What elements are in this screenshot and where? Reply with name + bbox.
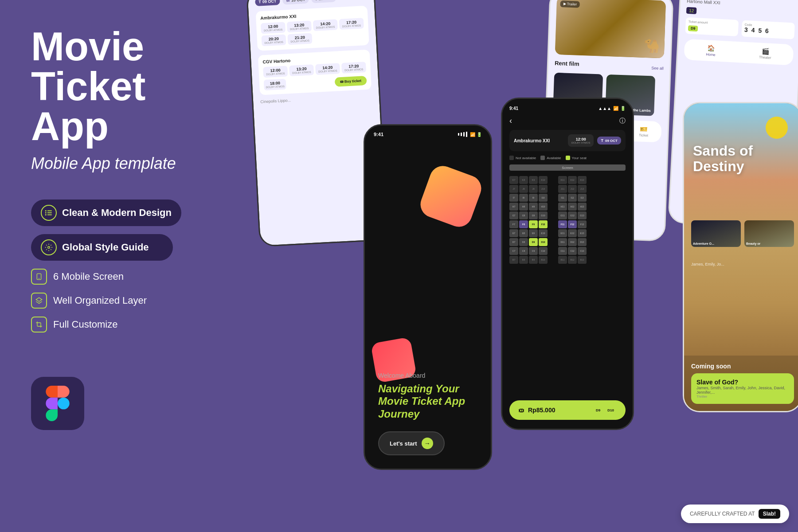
seat-F12[interactable]: F12 — [568, 220, 577, 228]
seat-K9[interactable]: K9 — [529, 176, 538, 184]
seat-D11[interactable]: D11 — [558, 238, 567, 246]
seat-I10[interactable]: I10 — [539, 194, 548, 202]
see-all-button[interactable]: See all — [651, 66, 664, 70]
seat-F13[interactable]: F13 — [578, 220, 587, 228]
seat-K13[interactable]: K13 — [578, 176, 587, 184]
coming-soon-label: Coming soon — [691, 363, 794, 370]
seat-F8[interactable]: F8 — [519, 220, 528, 228]
seat-C9[interactable]: C9 — [529, 247, 538, 255]
seat-D7[interactable]: D7 — [509, 238, 518, 246]
seat-J10[interactable]: J10 — [539, 185, 548, 193]
seat-D8[interactable]: D8 — [519, 238, 528, 246]
gradient-blob-orange — [417, 162, 485, 231]
nav-ticket-label: Ticket — [639, 133, 648, 138]
seat-B7[interactable]: B7 — [509, 256, 518, 264]
ticket-bottom-bar[interactable]: 🎟 Rp85.000 D9 D10 — [509, 400, 626, 420]
back-button[interactable]: ‹ — [509, 116, 512, 125]
seat-D13[interactable]: D13 — [578, 238, 587, 246]
seat-I8[interactable]: I8 — [519, 194, 528, 202]
phone-welcome: 9:41 📶 🔋 Welcome Aboard Navigating Your … — [364, 124, 492, 470]
seat-E9[interactable]: E9 — [529, 229, 538, 237]
seat-J9[interactable]: J9 — [529, 185, 538, 193]
seat-G13[interactable]: G13 — [578, 211, 587, 219]
seat-B13[interactable]: B13 — [578, 256, 587, 264]
seat-G12[interactable]: G12 — [568, 211, 577, 219]
nav-ticket[interactable]: 🎫 Ticket — [639, 125, 649, 138]
seat-I7[interactable]: I7 — [509, 194, 518, 202]
seat-E8[interactable]: E8 — [519, 229, 528, 237]
seat-H10[interactable]: H10 — [539, 203, 548, 211]
date-pill-2[interactable]: W 10 OCT — [282, 0, 309, 5]
seat-C10[interactable]: C10 — [539, 247, 548, 255]
ticket-amount-value: D9 — [688, 25, 698, 31]
info-icon[interactable]: ⓘ — [619, 117, 626, 125]
seat-C7[interactable]: C7 — [509, 247, 518, 255]
seat-J8[interactable]: J8 — [519, 185, 528, 193]
seat-K8[interactable]: K8 — [519, 176, 528, 184]
customize-label: Full Customize — [53, 319, 117, 330]
seat-E12[interactable]: E12 — [568, 229, 577, 237]
seat-H7[interactable]: H7 — [509, 203, 518, 211]
seat-G7[interactable]: G7 — [509, 211, 518, 219]
seat-E11[interactable]: E11 — [558, 229, 567, 237]
seat-F11[interactable]: F11 — [558, 220, 567, 228]
seat-cinema-name: Ambrakurmo XXI — [514, 138, 564, 143]
seat-K10[interactable]: K10 — [539, 176, 548, 184]
thumb-beauty-label: Beauty or — [746, 242, 760, 245]
seat-C11[interactable]: C11 — [558, 247, 567, 255]
seat-H8[interactable]: H8 — [519, 203, 528, 211]
feature-clean-design: Clean & Modern Design — [31, 200, 231, 226]
seat-B12[interactable]: B12 — [568, 256, 577, 264]
seat-I12[interactable]: I12 — [568, 194, 577, 202]
seat-F7[interactable]: F7 — [509, 220, 518, 228]
ticket-nav-theater[interactable]: 🎬 Theater — [759, 47, 772, 60]
seat-E10[interactable]: E10 — [539, 229, 548, 237]
seat-J11[interactable]: J11 — [558, 185, 567, 193]
buy-ticket-button[interactable]: 🎟 Buy ticket — [334, 76, 367, 87]
legend-not-available: Not available — [516, 156, 536, 160]
date-pill-1[interactable]: T 09 OCT — [255, 0, 280, 6]
clean-design-label: Clean & Modern Design — [62, 207, 172, 219]
seat-format: DOLBY ATMOS — [571, 141, 590, 144]
seat-K12[interactable]: K12 — [568, 176, 577, 184]
seat-G11[interactable]: G11 — [558, 211, 567, 219]
ticket-nav-home[interactable]: 🏠 Home — [706, 44, 716, 57]
seat-B9[interactable]: B9 — [529, 256, 538, 264]
seat-J7[interactable]: J7 — [509, 185, 518, 193]
seat-E13[interactable]: E13 — [578, 229, 587, 237]
seat-C8[interactable]: C8 — [519, 247, 528, 255]
seat-G10[interactable]: G10 — [539, 211, 548, 219]
seat-B8[interactable]: B8 — [519, 256, 528, 264]
layer-label: Well Organized Layer — [53, 295, 147, 306]
seat-I11[interactable]: I11 — [558, 194, 567, 202]
seat-B10[interactable]: B10 — [539, 256, 548, 264]
seat-G9[interactable]: G9 — [529, 211, 538, 219]
seat-F10[interactable]: F10 — [539, 220, 548, 228]
phone-desert: Sands of Destiny James, Emily, Jo... Adv… — [683, 102, 798, 412]
seat-H13[interactable]: H13 — [578, 203, 587, 211]
lets-start-button[interactable]: Let's start → — [378, 431, 445, 455]
seat-C13[interactable]: C13 — [578, 247, 587, 255]
seat-K7[interactable]: K7 — [509, 176, 518, 184]
seat-H12[interactable]: H12 — [568, 203, 577, 211]
date-pill-3[interactable]: T 11 OCT — [311, 0, 336, 3]
selected-seat-d9: D9 — [593, 407, 603, 413]
thumb-adventure[interactable]: Adventure O... — [691, 220, 741, 247]
seat-K11[interactable]: K11 — [558, 176, 567, 184]
seat-E7[interactable]: E7 — [509, 229, 518, 237]
seat-B11[interactable]: B11 — [558, 256, 567, 264]
thumb-beauty[interactable]: Beauty or — [744, 220, 794, 247]
seat-J12[interactable]: J12 — [568, 185, 577, 193]
coming-movie-title: Slave of God? — [696, 379, 789, 386]
seat-I9[interactable]: I9 — [529, 194, 538, 202]
seat-F9[interactable]: F9 — [529, 220, 538, 228]
seat-I13[interactable]: I13 — [578, 194, 587, 202]
seat-D10[interactable]: D10 — [539, 238, 548, 246]
seat-D12[interactable]: D12 — [568, 238, 577, 246]
seat-D9[interactable]: D9 — [529, 238, 538, 246]
seat-H9[interactable]: H9 — [529, 203, 538, 211]
seat-H11[interactable]: H11 — [558, 203, 567, 211]
seat-G8[interactable]: G8 — [519, 211, 528, 219]
seat-J13[interactable]: J13 — [578, 185, 587, 193]
seat-C12[interactable]: C12 — [568, 247, 577, 255]
